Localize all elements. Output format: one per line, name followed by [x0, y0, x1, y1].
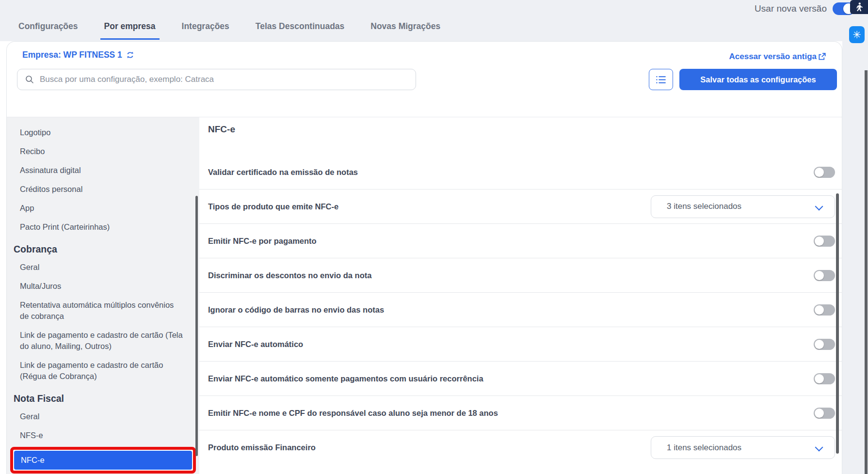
sidebar-scrollbar[interactable] — [195, 196, 198, 456]
main-tabs: ConfiguraçõesPor empresaIntegraçõesTelas… — [15, 21, 444, 40]
sidebar-list: LogotipoReciboAssinatura digitalCréditos… — [7, 123, 199, 474]
toggle-enviar-nfc-e-automatico-somente-pagamentos-com-usuario-recorrencia[interactable] — [814, 373, 835, 384]
sidebar-item-link-de-pagamento-e-cadastro-de-cartao-regua-de-cobranca[interactable]: Link de pagamento e cadastro de cartão (… — [7, 356, 199, 386]
select-value: 3 itens selecionados — [651, 202, 741, 211]
setting-row-discriminar-os-descontos-no-envio-da-nota: Discriminar os descontos no envio da not… — [199, 258, 842, 293]
sidebar-section-nota-fiscal: Nota Fiscal — [7, 386, 199, 407]
sidebar-item-nfs-e[interactable]: NFS-e — [7, 426, 199, 445]
content-scrollbar[interactable] — [836, 193, 839, 454]
toggle-emitir-nfc-e-por-pagamento[interactable] — [814, 236, 835, 247]
tab-por-empresa[interactable]: Por empresa — [100, 21, 160, 40]
sidebar-item-assinatura-digital[interactable]: Assinatura digital — [7, 161, 199, 180]
company-selector[interactable]: Empresa: WP FITNESS 1 — [22, 50, 134, 60]
tab-integracoes[interactable]: Integrações — [178, 21, 233, 40]
sidebar-item-geral[interactable]: Geral — [7, 258, 199, 277]
setting-label: Ignorar o código de barras no envio das … — [208, 305, 814, 315]
sidebar-item-multa-juros[interactable]: Multa/Juros — [7, 277, 199, 296]
select-tipos-de-produto-que-emite-nfc-e[interactable]: 3 itens selecionados — [651, 195, 835, 218]
tab-novas-migracoes[interactable]: Novas Migrações — [367, 21, 444, 40]
setting-row-emitir-nfc-e-nome-e-cpf-do-responsavel-caso-aluno-seja-menor-de-18-anos: Emitir NFC-e nome e CPF do responsável c… — [199, 396, 842, 430]
select-value: 1 itens selecionados — [651, 443, 741, 453]
sidebar-item-retentativa-automatica-multiplos-convenios-de-cobranca[interactable]: Retentativa automática múltiplos convêni… — [7, 296, 199, 326]
setting-label: Tipos de produto que emite NFC-e — [208, 202, 651, 211]
settings-sidebar: LogotipoReciboAssinatura digitalCréditos… — [7, 117, 199, 474]
new-version-switch-group: Usar nova versão — [755, 2, 855, 15]
settings-content: NFC-e Validar certificado na emissão de … — [199, 117, 842, 474]
accessibility-person-extension-icon[interactable] — [850, 0, 868, 14]
setting-label: Enviar NFC-e automático somente pagament… — [208, 374, 814, 383]
tab-configuracoes[interactable]: Configurações — [15, 21, 82, 40]
toggle-knob — [815, 340, 824, 349]
setting-row-enviar-nfc-e-automatico: Enviar NFC-e automático — [199, 327, 842, 362]
toggle-knob — [815, 374, 824, 383]
settings-rows: Validar certificado na emissão de notasT… — [199, 155, 842, 465]
walking-person-icon — [855, 2, 863, 12]
toggle-emitir-nfc-e-nome-e-cpf-do-responsavel-caso-aluno-seja-menor-de-18-anos[interactable] — [814, 408, 835, 419]
setting-label: Produto emissão Financeiro — [208, 443, 651, 452]
setting-label: Validar certificado na emissão de notas — [208, 168, 814, 177]
page-title: NFC-e — [199, 117, 842, 136]
page-scrollbar[interactable] — [865, 70, 868, 474]
tab-telas-descontinuadas[interactable]: Telas Descontinuadas — [252, 21, 349, 40]
save-all-settings-button[interactable]: Salvar todas as configurações — [679, 69, 837, 90]
chatgpt-logo-glyph: ✳ — [852, 29, 861, 41]
chevron-down-icon — [815, 443, 823, 452]
settings-card: Empresa: WP FITNESS 1 Acessar versão ant… — [6, 41, 842, 474]
sidebar-item-logotipo[interactable]: Logotipo — [7, 123, 199, 142]
search-input[interactable] — [39, 74, 416, 85]
sidebar-item-recibo[interactable]: Recibo — [7, 142, 199, 161]
toggle-knob — [815, 305, 824, 315]
card-body: LogotipoReciboAssinatura digitalCréditos… — [7, 117, 842, 474]
toggle-knob — [815, 237, 824, 246]
company-label: Empresa: WP FITNESS 1 — [22, 50, 122, 60]
toggle-validar-certificado-na-emissao-de-notas[interactable] — [814, 167, 835, 178]
setting-row-emitir-nfc-e-por-pagamento: Emitir NFC-e por pagamento — [199, 224, 842, 258]
toggle-discriminar-os-descontos-no-envio-da-nota[interactable] — [814, 270, 835, 281]
chevron-down-icon — [815, 202, 823, 210]
select-produto-emissao-financeiro[interactable]: 1 itens selecionados — [651, 436, 835, 459]
toggle-enviar-nfc-e-automatico[interactable] — [814, 339, 835, 350]
sidebar-item-creditos-personal[interactable]: Créditos personal — [7, 180, 199, 199]
new-version-label: Usar nova versão — [755, 3, 827, 14]
setting-label: Emitir NFC-e por pagamento — [208, 237, 814, 246]
highlight-box-nfc-e[interactable]: NFC-e — [10, 447, 196, 474]
toggle-ignorar-o-codigo-de-barras-no-envio-das-notas[interactable] — [814, 304, 835, 316]
search-icon — [25, 75, 34, 84]
external-link-icon — [818, 53, 826, 61]
sidebar-item-link-de-pagamento-e-cadastro-de-cartao-tela-do-aluno-mailing-outros[interactable]: Link de pagamento e cadastro de cartão (… — [7, 326, 199, 356]
setting-row-produto-emissao-financeiro: Produto emissão Financeiro1 itens seleci… — [199, 430, 842, 465]
sidebar-section-cobranca: Cobrança — [7, 237, 199, 258]
toggle-knob — [815, 168, 824, 177]
list-view-button[interactable] — [649, 69, 673, 90]
access-old-version-link[interactable]: Acessar versão antiga — [729, 52, 826, 62]
setting-row-ignorar-o-codigo-de-barras-no-envio-das-notas: Ignorar o código de barras no envio das … — [199, 293, 842, 327]
sidebar-item-app[interactable]: App — [7, 199, 199, 218]
old-version-link-label: Acessar versão antiga — [729, 52, 817, 62]
chatgpt-extension-icon[interactable]: ✳ — [849, 26, 865, 43]
sidebar-item-nfc-e[interactable]: NFC-e — [14, 451, 192, 470]
setting-label: Emitir NFC-e nome e CPF do responsável c… — [208, 409, 814, 418]
toggle-knob — [815, 271, 824, 280]
list-icon — [656, 75, 667, 84]
sidebar-item-geral[interactable]: Geral — [7, 407, 199, 426]
setting-label: Enviar NFC-e automático — [208, 340, 814, 349]
setting-row-validar-certificado-na-emissao-de-notas: Validar certificado na emissão de notas — [199, 155, 842, 190]
toggle-knob — [815, 409, 824, 418]
setting-row-tipos-de-produto-que-emite-nfc-e: Tipos de produto que emite NFC-e3 itens … — [199, 190, 842, 224]
sidebar-item-pacto-print-carteirinhas[interactable]: Pacto Print (Carteirinhas) — [7, 218, 199, 237]
setting-label: Discriminar os descontos no envio da not… — [208, 271, 814, 280]
switch-company-icon[interactable] — [126, 51, 134, 59]
search-box — [17, 69, 416, 90]
settings-page: Usar nova versão ConfiguraçõesPor empres… — [0, 0, 868, 474]
setting-row-enviar-nfc-e-automatico-somente-pagamentos-com-usuario-recorrencia: Enviar NFC-e automático somente pagament… — [199, 362, 842, 396]
